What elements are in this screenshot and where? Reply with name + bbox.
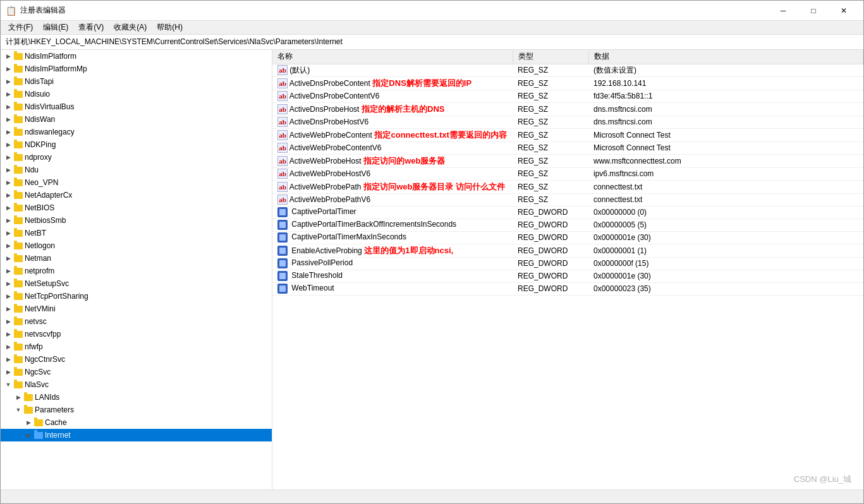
expand-button[interactable]: ▶ <box>3 114 13 124</box>
tree-item[interactable]: ▼NlaSvc <box>1 378 272 391</box>
expand-button[interactable]: ▶ <box>3 228 13 238</box>
table-row[interactable]: ab ActiveWebProbePathV6REG_SZconnecttest… <box>272 193 863 206</box>
expand-button[interactable]: ▼ <box>13 405 23 415</box>
table-row[interactable]: ab ActiveWebProbePath 指定访问web服务器目录 访问什么文… <box>272 180 863 193</box>
expand-button[interactable]: ▶ <box>13 392 23 402</box>
tree-item[interactable]: ▶netprofm <box>1 265 272 277</box>
tree-item[interactable]: ▶netvscvfpp <box>1 328 272 340</box>
expand-button[interactable]: ▶ <box>23 417 33 428</box>
tree-item[interactable]: ▶NgcCtnrSvc <box>1 353 272 366</box>
expand-button[interactable]: ▼ <box>3 380 13 390</box>
tree-item[interactable]: ▶Ndu <box>1 164 272 176</box>
table-row[interactable]: ab ActiveDnsProbeHost 指定的解析主机的DNSREG_SZd… <box>272 102 863 116</box>
tree-item[interactable]: ▶NgcSvc <box>1 366 272 378</box>
annotation-text: 指定访问的web服务器 <box>362 156 446 165</box>
menu-item[interactable]: 收藏夹(A) <box>109 21 152 34</box>
tree-item[interactable]: ▶Netlogon <box>1 239 272 252</box>
menu-item[interactable]: 编辑(E) <box>38 21 73 34</box>
tree-item[interactable]: ▶NDKPing <box>1 138 272 151</box>
menu-item[interactable]: 文件(F) <box>3 21 38 34</box>
table-row[interactable]: CaptivePortalTimerREG_DWORD0x00000000 (0… <box>272 206 863 219</box>
expand-button[interactable]: ▶ <box>3 279 13 289</box>
table-row[interactable]: ab ActiveDnsProbeContent 指定DNS解析需要返回的IPR… <box>272 76 863 90</box>
table-row[interactable]: ab ActiveDnsProbeContentV6REG_SZfd3e:4f5… <box>272 90 863 102</box>
tree-item[interactable]: ▶Internet <box>1 429 272 441</box>
reg-name-cell: StaleThreshold <box>272 270 513 282</box>
table-row[interactable]: ab ActiveWebProbeHostV6REG_SZipv6.msftnc… <box>272 167 863 180</box>
menu-item[interactable]: 查看(V) <box>73 21 109 34</box>
tree-item[interactable]: ▶netvsc <box>1 315 272 328</box>
table-row[interactable]: ab ActiveWebProbeHost 指定访问的web服务器REG_SZw… <box>272 154 863 167</box>
tree-item[interactable]: ▶NdisTapi <box>1 75 272 88</box>
expand-button[interactable]: ▶ <box>3 316 13 327</box>
minimize-button[interactable]: ─ <box>769 1 798 21</box>
table-row[interactable]: ab ActiveWebProbeContent 指定connecttest.t… <box>272 128 863 141</box>
expand-button[interactable]: ▶ <box>3 342 13 352</box>
address-bar: 计算机\HKEY_LOCAL_MACHINE\SYSTEM\CurrentCon… <box>1 35 863 50</box>
expand-button[interactable]: ▶ <box>3 76 13 87</box>
reg-type-cell: REG_SZ <box>513 141 588 154</box>
right-panel[interactable]: 名称 类型 数据 ab (默认)REG_SZ(数值未设置)ab ActiveDn… <box>272 50 863 489</box>
tree-item[interactable]: ▶nfwfp <box>1 340 272 353</box>
tree-item[interactable]: ▶NetVMini <box>1 303 272 315</box>
expand-button[interactable]: ▶ <box>3 102 13 112</box>
table-row[interactable]: PassivePollPeriodREG_DWORD0x0000000f (15… <box>272 257 863 270</box>
tree-item[interactable]: ▼Parameters <box>1 404 272 416</box>
tree-item[interactable]: ▶Netman <box>1 252 272 265</box>
tree-item[interactable]: ▶LANIds <box>1 391 272 404</box>
table-row[interactable]: ab ActiveWebProbeContentV6REG_SZMicrosof… <box>272 141 863 154</box>
tree-item[interactable]: ▶NdisWan <box>1 113 272 126</box>
table-row[interactable]: EnableActiveProbing 这里的值为1即启动ncsi,REG_DW… <box>272 244 863 257</box>
tree-item[interactable]: ▶NetAdapterCx <box>1 189 272 201</box>
tree-item[interactable]: ▶NetSetupSvc <box>1 277 272 290</box>
table-row[interactable]: CaptivePortalTimerBackOffIncrementsInSec… <box>272 219 863 231</box>
close-button[interactable]: ✕ <box>829 1 858 21</box>
expand-button[interactable]: ▶ <box>3 190 13 200</box>
reg-type-cell: REG_DWORD <box>513 231 588 244</box>
tree-item[interactable]: ▶NdisImPlatform <box>1 50 272 63</box>
expand-button[interactable]: ▶ <box>3 177 13 188</box>
reg-name-cell: CaptivePortalTimerBackOffIncrementsInSec… <box>272 219 513 231</box>
table-row[interactable]: WebTimeoutREG_DWORD0x00000023 (35) <box>272 282 863 295</box>
expand-button[interactable]: ▶ <box>3 140 13 150</box>
expand-button[interactable]: ▶ <box>3 165 13 175</box>
reg-name-cell: ab ActiveWebProbeContentV6 <box>272 141 513 154</box>
expand-button[interactable]: ▶ <box>3 241 13 251</box>
tree-item[interactable]: ▶ndiswanlegacy <box>1 126 272 138</box>
tree-item[interactable]: ▶NetbiosSmb <box>1 214 272 227</box>
expand-button[interactable]: ▶ <box>3 253 13 263</box>
expand-button[interactable]: ▶ <box>3 64 13 74</box>
tree-label: NetAdapterCx <box>25 191 72 200</box>
tree-item[interactable]: ▶NdisVirtualBus <box>1 100 272 113</box>
tree-item[interactable]: ▶Neo_VPN <box>1 176 272 189</box>
tree-item[interactable]: ▶NdisImPlatformMp <box>1 63 272 75</box>
menu-item[interactable]: 帮助(H) <box>152 21 188 34</box>
expand-button[interactable]: ▶ <box>3 127 13 137</box>
left-panel[interactable]: ▶NdisImPlatform▶NdisImPlatformMp▶NdisTap… <box>1 50 272 489</box>
expand-button[interactable]: ▶ <box>3 89 13 99</box>
table-row[interactable]: ab ActiveDnsProbeHostV6REG_SZdns.msftncs… <box>272 116 863 128</box>
table-row[interactable]: CaptivePortalTimerMaxInSecondsREG_DWORD0… <box>272 231 863 244</box>
maximize-button[interactable]: □ <box>799 1 828 21</box>
expand-button[interactable]: ▶ <box>3 329 13 339</box>
reg-data-cell: connecttest.txt <box>588 193 863 206</box>
tree-item[interactable]: ▶ndproxy <box>1 151 272 164</box>
tree-item[interactable]: ▶NetTcpPortSharing <box>1 290 272 303</box>
table-row[interactable]: StaleThresholdREG_DWORD0x0000001e (30) <box>272 270 863 282</box>
expand-button[interactable]: ▶ <box>3 51 13 61</box>
expand-button[interactable]: ▶ <box>3 152 13 162</box>
expand-button[interactable]: ▶ <box>3 203 13 213</box>
tree-item[interactable]: ▶Cache <box>1 416 272 429</box>
expand-button[interactable]: ▶ <box>23 430 33 440</box>
tree-item[interactable]: ▶Ndisuio <box>1 88 272 100</box>
expand-button[interactable]: ▶ <box>3 354 13 364</box>
tree-label: Ndu <box>25 165 39 174</box>
table-row[interactable]: ab (默认)REG_SZ(数值未设置) <box>272 64 863 76</box>
tree-item[interactable]: ▶NetBT <box>1 227 272 239</box>
tree-item[interactable]: ▶NetBIOS <box>1 201 272 214</box>
expand-button[interactable]: ▶ <box>3 367 13 377</box>
expand-button[interactable]: ▶ <box>3 215 13 225</box>
expand-button[interactable]: ▶ <box>3 304 13 314</box>
expand-button[interactable]: ▶ <box>3 266 13 276</box>
expand-button[interactable]: ▶ <box>3 291 13 301</box>
